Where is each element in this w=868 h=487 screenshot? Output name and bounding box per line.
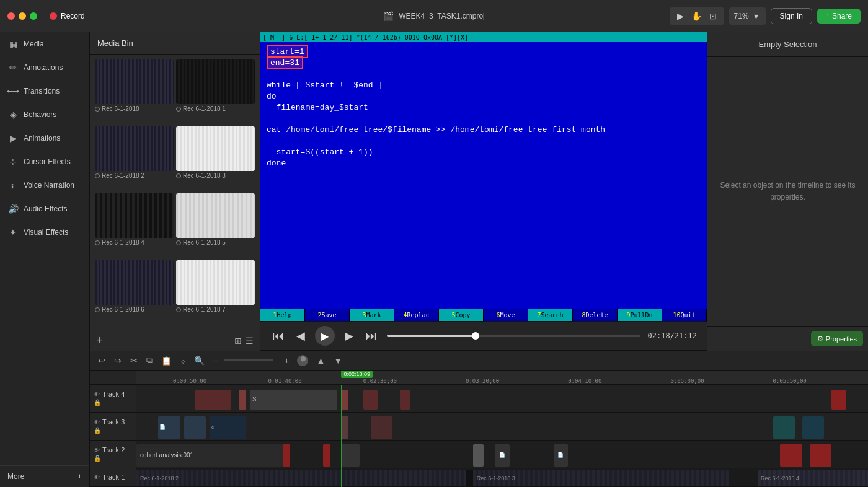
add-media-button[interactable]: + <box>96 334 103 347</box>
track2-clip-7[interactable]: 📄 <box>554 444 569 467</box>
list-item[interactable]: Rec 6-1-2018 1 <box>176 59 255 124</box>
forward-button[interactable]: ▶ <box>342 327 356 345</box>
list-item[interactable]: Rec 6-1-2018 7 <box>176 260 255 325</box>
track4-lock-icon[interactable]: 🔒 <box>94 399 101 406</box>
code-quit-button[interactable]: 10Quit <box>662 309 707 321</box>
grid-view-button[interactable]: ⊞ <box>234 336 242 346</box>
crop-tool[interactable]: ⊡ <box>707 10 719 22</box>
sign-in-button[interactable]: Sign In <box>771 8 812 24</box>
progress-bar[interactable] <box>387 335 640 337</box>
code-delete-button[interactable]: 8Delete <box>573 309 618 321</box>
sidebar-more[interactable]: More + <box>0 465 89 487</box>
list-item[interactable]: Rec 6-1-2018 2 <box>95 126 174 191</box>
code-pulldn-button[interactable]: 9PullDn <box>618 309 662 321</box>
step-forward-button[interactable]: ⏭ <box>363 327 379 345</box>
sidebar-item-cursor-effects[interactable]: ⊹ Cursor Effects <box>0 150 89 173</box>
code-mark-button[interactable]: 3Mark <box>350 309 394 321</box>
track3-lock-icon[interactable]: 🔒 <box>94 427 101 434</box>
track3-clip-4[interactable] <box>341 416 348 439</box>
track3-clip-2[interactable] <box>184 416 206 439</box>
code-save-button[interactable]: 2Save <box>305 309 350 321</box>
track4-clip-2[interactable] <box>239 390 246 410</box>
media-thumb <box>95 260 174 305</box>
track3-clip-1[interactable]: 📄 <box>158 416 180 439</box>
code-editor[interactable]: [-M--] 6 L:[ 1+ 1 2/ 11] *(14 / 162b) 00… <box>260 32 707 321</box>
track2-clip-4[interactable] <box>341 444 360 467</box>
record-button[interactable]: Record <box>50 12 85 20</box>
zoom-out-button[interactable]: 🔍 <box>191 354 208 367</box>
paste-button[interactable]: 📋 <box>158 354 175 367</box>
list-item[interactable]: Rec 6-1-2018 6 <box>95 260 174 325</box>
track1-clip-2[interactable]: Rec 6-1-2018 3 <box>473 470 729 487</box>
media-thumb <box>176 193 255 238</box>
list-item[interactable]: Rec 6-1-2018 4 <box>95 193 174 258</box>
track2-eye-icon[interactable]: 👁 <box>94 447 100 454</box>
undo-button[interactable]: ↩ <box>95 354 108 367</box>
properties-button[interactable]: ⚙ Properties <box>811 331 863 346</box>
share-button[interactable]: ↑ Share <box>817 9 861 24</box>
close-button[interactable] <box>7 12 15 20</box>
track3-clip-6[interactable] <box>773 416 795 439</box>
track3-label-row: 👁 Track 3 🔒 <box>90 413 136 441</box>
zoom-plus-button[interactable]: + <box>281 354 292 367</box>
sidebar-item-transitions[interactable]: ⟷ Transitions <box>0 79 89 103</box>
track4-clip-3[interactable]: S <box>250 390 338 410</box>
arrow-tool[interactable]: ▶ <box>675 10 686 22</box>
zoom-slider[interactable] <box>224 359 273 361</box>
hand-tool[interactable]: ✋ <box>689 10 704 22</box>
track2-clip-6[interactable]: 📄 <box>495 444 510 467</box>
code-search-button[interactable]: 7Search <box>528 309 573 321</box>
track2-clip-8[interactable] <box>780 444 802 467</box>
track4-eye-icon[interactable]: 👁 <box>94 391 100 398</box>
maximize-button[interactable] <box>30 12 37 20</box>
code-help-button[interactable]: 1Help <box>260 309 305 321</box>
split-button[interactable]: ⬦ <box>177 354 188 367</box>
sidebar-item-visual-effects[interactable]: ✦ Visual Effects <box>0 221 89 244</box>
track4-clip-6[interactable] <box>400 390 411 410</box>
track2-clip-3[interactable] <box>323 444 330 467</box>
track1-clip-1[interactable]: Rec 6-1-2018 2 <box>136 470 466 487</box>
sidebar-item-voice-narration[interactable]: 🎙 Voice Narration <box>0 173 89 197</box>
sidebar-item-transitions-label: Transitions <box>24 87 60 95</box>
sidebar-item-animations[interactable]: ▶ Animations <box>0 126 89 150</box>
sidebar-item-media[interactable]: ▦ Media <box>0 32 89 56</box>
redo-button[interactable]: ↪ <box>111 354 125 367</box>
code-replace-button[interactable]: 4Replac <box>394 309 439 321</box>
visual-effects-icon: ✦ <box>7 227 19 238</box>
track3-clip-5[interactable] <box>371 416 392 439</box>
track1-clip-3[interactable]: Rec 6-1-2018 4 <box>758 470 868 487</box>
track3-clip-3[interactable]: c <box>210 416 246 439</box>
minimize-button[interactable] <box>19 12 26 20</box>
track2-clip-2[interactable] <box>283 444 290 467</box>
copy-timeline-button[interactable]: ⧉ <box>143 353 156 367</box>
track4-clip-1[interactable] <box>195 390 231 410</box>
track2-main-clip[interactable]: cohort analysis.001 <box>136 444 283 467</box>
track4-clip-5[interactable] <box>363 390 378 410</box>
track4-clip-4[interactable] <box>341 390 348 410</box>
play-button[interactable]: ▶ <box>315 326 335 346</box>
zoom-minus-button[interactable]: − <box>210 354 221 367</box>
track3-eye-icon[interactable]: 👁 <box>94 419 100 426</box>
track-up-button[interactable]: ▲ <box>313 354 328 367</box>
progress-container[interactable] <box>387 335 640 337</box>
track2-clip-5[interactable] <box>473 444 484 467</box>
list-item[interactable]: Rec 6-1-2018 <box>95 59 174 124</box>
track2-lock-icon[interactable]: 🔒 <box>94 455 101 462</box>
sidebar-item-audio-effects[interactable]: 🔊 Audio Effects <box>0 197 89 221</box>
code-copy-button[interactable]: 5Copy <box>439 309 484 321</box>
code-move-button[interactable]: 6Move <box>484 309 528 321</box>
step-back-button[interactable]: ⏮ <box>270 327 286 345</box>
list-item[interactable]: Rec 6-1-2018 3 <box>176 126 255 191</box>
rewind-button[interactable]: ◀ <box>294 327 308 345</box>
cut-button[interactable]: ✂ <box>127 354 141 367</box>
list-view-button[interactable]: ☰ <box>246 336 254 346</box>
track-down-button[interactable]: ▼ <box>330 354 345 367</box>
sidebar-item-behaviors[interactable]: ◈ Behaviors <box>0 103 89 126</box>
track1-eye-icon[interactable]: 👁 <box>94 474 100 481</box>
track4-clip-7[interactable] <box>831 390 846 410</box>
zoom-dropdown[interactable]: ▾ <box>751 10 761 22</box>
track2-clip-9[interactable] <box>810 444 831 467</box>
sidebar-item-annotations[interactable]: ✏ Annotations <box>0 56 89 79</box>
list-item[interactable]: Rec 6-1-2018 5 <box>176 193 255 258</box>
track3-clip-7[interactable] <box>802 416 824 439</box>
